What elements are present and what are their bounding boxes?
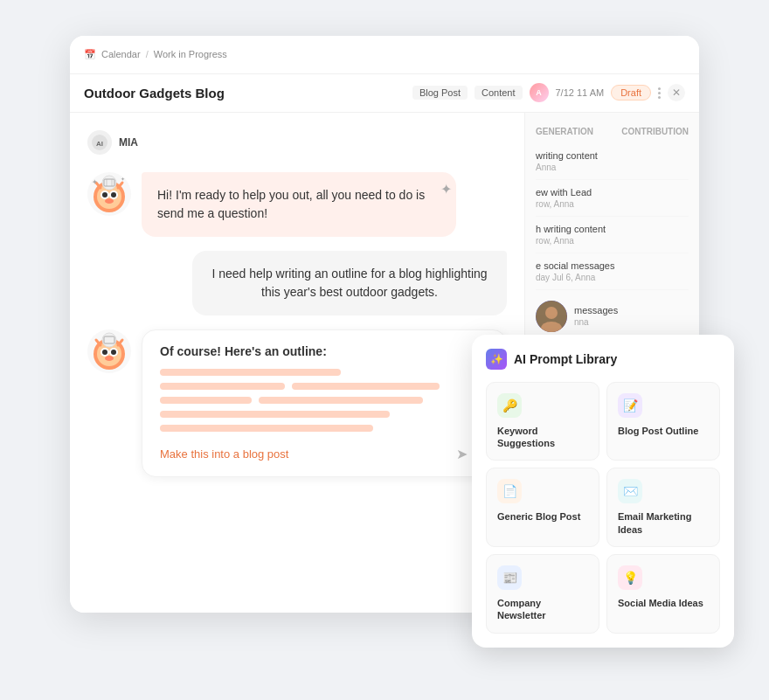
prompt-library-header: ✨ AI Prompt Library (486, 349, 720, 370)
breadcrumb-calendar[interactable]: Calendar (101, 49, 141, 59)
contrib-item-4: e social messages day Jul 6, Anna (536, 253, 689, 290)
doc-meta: Blog Post Content A 7/12 11 AM Draft ✕ (412, 83, 685, 102)
svg-point-21 (102, 350, 107, 355)
prompt-library: ✨ AI Prompt Library 🔑 Keyword Suggestion… (472, 335, 734, 648)
contrib-sub-1: Anna (536, 163, 689, 172)
header-contribution: Contribution (621, 127, 689, 136)
outline-lines (160, 369, 488, 432)
contrib-sub-3: row, Anna (536, 236, 689, 246)
message-row-outline: Of course! Here's an outline: (87, 329, 507, 477)
outline-line-1 (160, 369, 341, 376)
outline-action-button[interactable]: Make this into a blog post (160, 447, 288, 461)
prompt-card-social-media[interactable]: 💡 Social Media Ideas (606, 554, 720, 634)
meta-content: Content (475, 86, 523, 100)
prompt-card-generic-blog[interactable]: 📄 Generic Blog Post (486, 468, 599, 547)
contrib-item-1: writing content Anna (536, 143, 689, 180)
header-generation: Generation (536, 127, 593, 136)
social-media-icon: 💡 (618, 565, 642, 590)
email-marketing-icon: ✉️ (618, 479, 642, 503)
user-message-text: I need help writing an outline for a blo… (211, 267, 487, 299)
contrib-sub-5: nna (574, 317, 618, 327)
blog-outline-icon: 📝 (618, 393, 642, 418)
prompt-card-keyword[interactable]: 🔑 Keyword Suggestions (486, 382, 599, 461)
calendar-icon: 📅 (84, 49, 96, 60)
prompt-grid: 🔑 Keyword Suggestions 📝 Blog Post Outlin… (486, 382, 720, 634)
contrib-title-4: e social messages (536, 260, 689, 271)
meta-blog-post: Blog Post (412, 86, 468, 100)
contrib-item-5: messages nna (536, 290, 689, 340)
prompt-card-newsletter[interactable]: 📰 Company Newsletter (486, 554, 599, 634)
prompt-library-title: AI Prompt Library (514, 352, 617, 366)
more-options-icon[interactable] (658, 87, 661, 99)
svg-point-7 (111, 192, 116, 198)
svg-point-6 (102, 192, 107, 198)
meta-date: 7/12 11 AM (556, 87, 605, 98)
svg-text:✦: ✦ (121, 177, 125, 182)
chat-messages: ✦ ✦ Hi! I'm ready to help you out, all y… (87, 172, 507, 477)
svg-point-8 (105, 198, 114, 204)
contrib-sub-4: day Jul 6, Anna (536, 273, 689, 282)
contrib-title-3: h writing content (536, 224, 689, 234)
svg-point-23 (105, 356, 114, 361)
doc-title: Outdoor Gadgets Blog (84, 86, 402, 100)
contrib-title-2: ew with Lead (536, 187, 689, 198)
svg-point-22 (111, 350, 116, 355)
breadcrumb-sep: / (146, 49, 149, 59)
mia-avatar: AI (87, 130, 112, 155)
outline-card: Of course! Here's an outline: (142, 329, 507, 477)
close-button[interactable]: ✕ (668, 84, 685, 101)
prompt-label-newsletter: Company Newsletter (497, 597, 588, 622)
contrib-title-1: writing content (536, 150, 689, 161)
contrib-header: Generation Contribution (536, 127, 689, 136)
contrib-title-5: messages (574, 305, 618, 315)
bot-avatar-2 (87, 329, 131, 373)
outline-line-5 (259, 397, 423, 404)
wand-icon: ✨ (486, 349, 507, 370)
contrib-item-2: ew with Lead row, Anna (536, 180, 689, 217)
outline-line-7 (160, 425, 373, 432)
prompt-card-email-marketing[interactable]: ✉️ Email Marketing Ideas (606, 468, 720, 547)
outline-line-6 (160, 411, 390, 418)
user-message-bubble: I need help writing an outline for a blo… (192, 251, 507, 315)
doc-header: Outdoor Gadgets Blog Blog Post Content A… (70, 74, 699, 113)
prompt-label-email-marketing: Email Marketing Ideas (618, 510, 709, 536)
contrib-item-3: h writing content row, Anna (536, 217, 689, 253)
generic-blog-icon: 📄 (497, 479, 522, 503)
chat-panel: AI MIA (70, 113, 524, 613)
prompt-label-generic-blog: Generic Blog Post (497, 510, 588, 523)
outline-line-4 (160, 397, 252, 404)
status-badge[interactable]: Draft (611, 85, 651, 100)
top-bar: 📅 Calendar / Work in Progress (70, 36, 699, 74)
bot-avatar: ✦ ✦ (87, 172, 131, 216)
mia-label: MIA (119, 136, 138, 149)
message-row-bot: ✦ ✦ Hi! I'm ready to help you out, all y… (87, 172, 507, 237)
breadcrumb: 📅 Calendar / Work in Progress (84, 49, 227, 60)
send-icon[interactable]: ➤ (456, 446, 468, 462)
outline-card-title: Of course! Here's an outline: (160, 344, 488, 358)
keyword-icon: 🔑 (497, 393, 522, 418)
prompt-label-keyword: Keyword Suggestions (497, 425, 588, 450)
svg-point-29 (545, 307, 558, 319)
message-row-user: I need help writing an outline for a blo… (87, 251, 507, 315)
newsletter-icon: 📰 (497, 565, 522, 590)
prompt-label-social-media: Social Media Ideas (618, 597, 709, 609)
bot-message-text: Hi! I'm ready to help you out, all you n… (157, 188, 425, 220)
outline-line-3 (292, 383, 440, 390)
contrib-sub-2: row, Anna (536, 199, 689, 209)
prompt-card-blog-outline[interactable]: 📝 Blog Post Outline (606, 382, 720, 461)
prompt-label-blog-outline: Blog Post Outline (618, 425, 709, 437)
breadcrumb-wip[interactable]: Work in Progress (154, 49, 227, 59)
svg-text:✦: ✦ (92, 178, 98, 186)
outline-line-2 (160, 383, 285, 390)
chat-header: AI MIA (87, 130, 507, 155)
contrib-avatar-large (536, 301, 567, 332)
avatar: A (530, 83, 549, 102)
outline-footer: Make this into a blog post ➤ ⋯ (160, 446, 488, 462)
bot-message-bubble: Hi! I'm ready to help you out, all you n… (142, 172, 456, 237)
svg-text:AI: AI (96, 140, 103, 148)
